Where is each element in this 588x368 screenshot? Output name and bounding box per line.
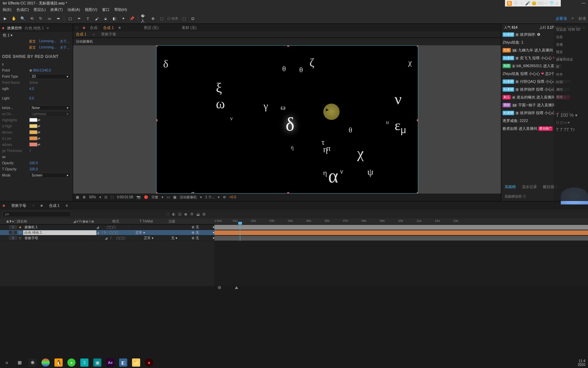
chat-tab-flow[interactable]: 流水记录	[522, 184, 537, 189]
playhead[interactable]	[240, 225, 240, 241]
layer-tab[interactable]: 图层 (无)	[144, 25, 159, 30]
shape-tool-icon[interactable]: ▢	[67, 16, 73, 22]
exposure-value[interactable]: +0.0	[229, 195, 236, 199]
col-source[interactable]: 源名称	[17, 219, 73, 224]
region-icon[interactable]: ▭	[167, 195, 170, 199]
preview-panel[interactable]: 预览	[555, 48, 587, 56]
dlow-swatch[interactable]	[29, 136, 37, 140]
stamp-tool-icon[interactable]: ⬙	[102, 16, 109, 22]
app-explorer-icon[interactable]: 📁	[132, 358, 140, 367]
workspace-menu-icon[interactable]: ≡	[572, 16, 574, 21]
eraser-tool-icon[interactable]: ◧	[111, 16, 117, 22]
menu-edit[interactable]: 辑(E)	[3, 7, 12, 13]
menu-view[interactable]: 视图(V)	[85, 7, 97, 13]
pen-tool-icon[interactable]: ✒	[76, 16, 82, 22]
menu-anim[interactable]: 动画(A)	[67, 7, 80, 13]
colorize-dropdown[interactable]: None▾	[29, 105, 71, 110]
subtab-comp[interactable]: 合成 1	[76, 32, 86, 37]
panel-menu-icon[interactable]: ≡	[47, 26, 49, 30]
workspace-essentials[interactable]: 必要项	[556, 16, 567, 21]
pan-tool-icon[interactable]: ⬌	[55, 16, 61, 22]
ptype-dropdown[interactable]: 2D▾	[29, 74, 71, 79]
reset-link[interactable]: 重置	[29, 39, 36, 44]
panel-tab-fx[interactable]: 效果控件	[7, 26, 22, 31]
brush-panel[interactable]: 画笔	[555, 93, 587, 101]
comp-tab-active[interactable]: 合成 1	[103, 25, 114, 30]
tl-tab-replace[interactable]: 替换字母	[11, 203, 26, 208]
text-tool-icon[interactable]: T	[85, 16, 91, 22]
tl-icon-6[interactable]: ⬓	[196, 212, 200, 216]
menu-layer[interactable]: 图层(L)	[34, 7, 46, 13]
dhigh-swatch[interactable]	[29, 124, 37, 128]
app-chrome-icon[interactable]	[42, 358, 50, 367]
transparency-icon[interactable]: ▦	[173, 195, 176, 199]
snap-obj-icon[interactable]: ⬚	[181, 16, 187, 22]
exposure-icon[interactable]: ⚙	[223, 195, 226, 199]
reset-link-2[interactable]: 重置	[29, 45, 36, 50]
highlights-swatch[interactable]	[29, 118, 37, 122]
app-record-icon[interactable]: ●	[145, 358, 153, 367]
snap-ext-icon[interactable]: ⊡	[190, 16, 196, 22]
track-bar-2[interactable]	[214, 230, 588, 235]
app-qq-icon[interactable]: 🐧	[54, 358, 63, 367]
hand-tool-icon[interactable]: ✋	[11, 16, 17, 22]
col-mode[interactable]: 模式	[112, 219, 140, 224]
col-trk[interactable]: T TrkMat	[140, 219, 168, 223]
tl-tab-comp[interactable]: 合成 1	[49, 203, 60, 208]
menu-comp[interactable]: 合成(C)	[16, 7, 29, 13]
layer-row-2[interactable]: 2 □ 白色 纯色 1 ◢ / fx ▢▢▢ 正常 ▾ ⊚ 无▾	[0, 230, 214, 235]
layer-row-3[interactable]: 3 □ 替换字母 ◢ / ▢▢▢ 正常 ▾ 无 ▾ ⊚ 无▾	[0, 235, 214, 241]
selection-tool-icon[interactable]: ▶	[2, 16, 8, 22]
res-full-icon[interactable]: ⊡	[104, 195, 107, 199]
comp-close-icon[interactable]: ×	[76, 26, 78, 30]
taskview-icon[interactable]: ⊞	[16, 358, 24, 367]
menu-help[interactable]: 帮助(H)	[114, 7, 127, 13]
align-panel[interactable]: 对齐	[555, 71, 587, 78]
ime-bar[interactable]: S 英 ☺ 🎤 😊 ⌨ ✂ 👕 ⊞	[505, 0, 561, 6]
chat-help[interactable]: 高能榜说明 ⓘ	[505, 194, 526, 199]
licensing-link[interactable]: Licensing...	[39, 39, 56, 44]
axis-world-icon[interactable]: ⊕	[150, 16, 156, 22]
camera-tool-icon[interactable]: ▭	[46, 16, 52, 22]
tl-icon-5[interactable]: ⚙	[190, 212, 194, 216]
menu-effect[interactable]: 效果(T)	[50, 7, 63, 13]
zoom-tool-icon[interactable]: 🔍	[20, 16, 26, 22]
workspace-standard[interactable]: 标准	[578, 16, 586, 21]
tl-icon-1[interactable]: ⬚	[166, 212, 169, 216]
tl-icon-7[interactable]: ⊞	[202, 212, 206, 216]
subtab-replace[interactable]: 替换字母	[101, 32, 116, 37]
snap-label[interactable]: ☐ 对齐	[167, 16, 178, 21]
track-area[interactable]	[214, 225, 588, 241]
timeline-scrollbar[interactable]	[214, 285, 588, 290]
time-display[interactable]: 0:00:01:08	[117, 195, 133, 199]
axis-view-icon[interactable]: ⬚	[159, 16, 165, 22]
menu-window[interactable]: 窗口	[102, 7, 110, 13]
mode-dropdown[interactable]: Screen▾	[29, 173, 71, 178]
point-value[interactable]: 960.0,540.0	[33, 68, 51, 72]
window-min[interactable]: —	[582, 1, 585, 5]
timeline-search[interactable]	[3, 211, 71, 217]
tl-icon-4[interactable]: ◉	[184, 212, 187, 216]
audio-panel[interactable]: 音频	[555, 41, 587, 48]
axis-local-icon[interactable]: �人	[141, 16, 147, 22]
lib-panel[interactable]: 库	[555, 63, 587, 71]
opacity-value[interactable]: 100.0	[29, 161, 38, 165]
res-half-icon[interactable]: ⬚	[111, 195, 114, 199]
camera-dropdown[interactable]: 活动摄像机	[180, 195, 197, 200]
footage-tab[interactable]: 素材 (无)	[182, 25, 196, 30]
rotate-tool-icon[interactable]: ↻	[37, 16, 44, 22]
col-parent[interactable]: 父级	[168, 219, 199, 224]
puppet-tool-icon[interactable]: 📌	[129, 16, 135, 22]
about-link-2[interactable]: 关于...	[60, 45, 69, 50]
track-bar-1[interactable]	[214, 225, 588, 230]
layer-selector[interactable]: 色 1 ▾	[0, 32, 73, 39]
tl-icon-2[interactable]: ◐	[172, 212, 176, 216]
topacity-value[interactable]: 100.0	[29, 167, 38, 171]
res-dropdown[interactable]: 完整	[151, 195, 158, 200]
adows-swatch[interactable]	[29, 142, 37, 147]
about-link[interactable]: 关于...	[60, 39, 69, 44]
brush-tool-icon[interactable]: 🖌	[94, 16, 100, 22]
crosshair-icon[interactable]: ⊕	[29, 68, 32, 72]
snapshot-icon[interactable]: 📷	[136, 195, 141, 199]
layer-row-1[interactable]: 1 ■ 摄像机 1 ◢ ▢▢▢ ⊚ 无▾	[0, 225, 214, 230]
